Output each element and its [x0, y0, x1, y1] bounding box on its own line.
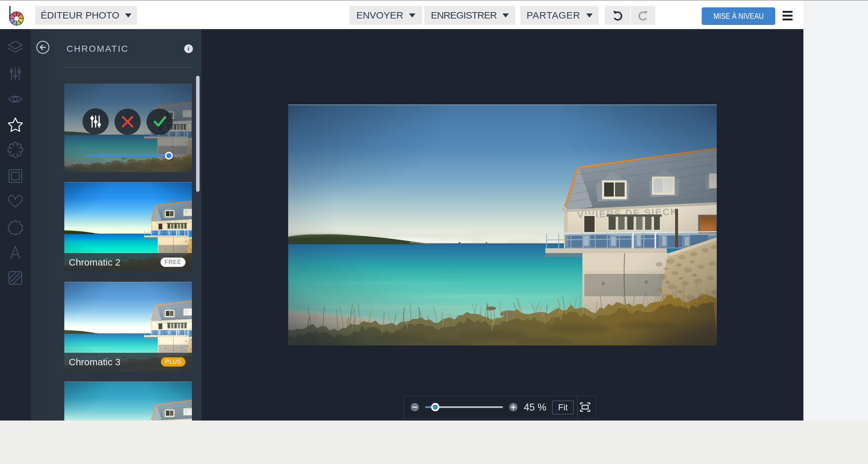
svg-text:Fit: Fit — [558, 403, 568, 412]
svg-text:45 %: 45 % — [524, 402, 547, 413]
